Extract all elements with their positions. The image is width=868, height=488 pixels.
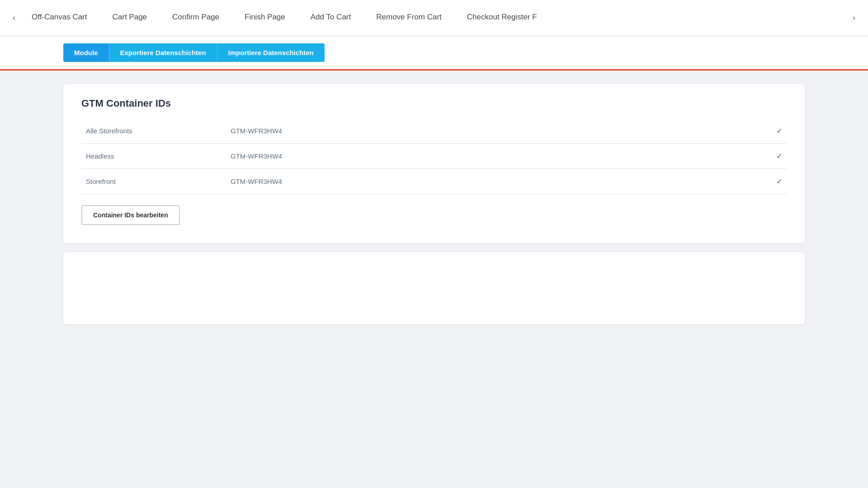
- nav-tab-finish-page[interactable]: Finish Page: [232, 0, 298, 36]
- nav-arrow-right[interactable]: ›: [849, 13, 859, 23]
- top-nav: ‹ Off-Canvas CartCart PageConfirm PageFi…: [0, 0, 868, 36]
- row-label-0: Alle Storefronts: [86, 127, 222, 135]
- row-check-1: ✓: [769, 152, 782, 160]
- nav-tab-off-canvas-cart[interactable]: Off-Canvas Cart: [19, 0, 100, 36]
- row-check-0: ✓: [769, 127, 782, 135]
- gtm-card-title: GTM Container IDs: [81, 98, 787, 109]
- edit-container-ids-button[interactable]: Container IDs bearbeiten: [81, 205, 180, 225]
- second-card: [63, 252, 805, 324]
- export-button[interactable]: Exportiere Datenschichten: [109, 43, 217, 62]
- nav-tabs: Off-Canvas CartCart PageConfirm PageFini…: [19, 0, 849, 36]
- row-label-2: Storefront: [86, 178, 222, 185]
- row-value-0: GTM-WFR3HW4: [231, 127, 760, 135]
- container-rows: Alle StorefrontsGTM-WFR3HW4✓HeadlessGTM-…: [81, 118, 787, 194]
- nav-tab-add-to-cart[interactable]: Add To Cart: [298, 0, 363, 36]
- action-bar: Module Exportiere Datenschichten Importi…: [0, 36, 868, 69]
- container-row-0: Alle StorefrontsGTM-WFR3HW4✓: [81, 118, 787, 144]
- row-label-1: Headless: [86, 152, 222, 160]
- nav-arrow-left[interactable]: ‹: [9, 13, 19, 23]
- nav-tab-remove-from-cart[interactable]: Remove From Cart: [363, 0, 454, 36]
- container-row-2: StorefrontGTM-WFR3HW4✓: [81, 169, 787, 194]
- row-value-1: GTM-WFR3HW4: [231, 152, 760, 160]
- row-check-2: ✓: [769, 177, 782, 186]
- nav-tab-cart-page[interactable]: Cart Page: [100, 0, 160, 36]
- container-row-1: HeadlessGTM-WFR3HW4✓: [81, 144, 787, 169]
- main-content: GTM Container IDs Alle StorefrontsGTM-WF…: [0, 70, 868, 338]
- gtm-container-card: GTM Container IDs Alle StorefrontsGTM-WF…: [63, 84, 805, 243]
- nav-tab-checkout-register[interactable]: Checkout Register F: [454, 0, 550, 36]
- nav-tab-confirm-page[interactable]: Confirm Page: [160, 0, 232, 36]
- row-value-2: GTM-WFR3HW4: [231, 178, 760, 185]
- module-button[interactable]: Module: [63, 43, 109, 62]
- import-button[interactable]: Importiere Datenschichten: [217, 43, 325, 62]
